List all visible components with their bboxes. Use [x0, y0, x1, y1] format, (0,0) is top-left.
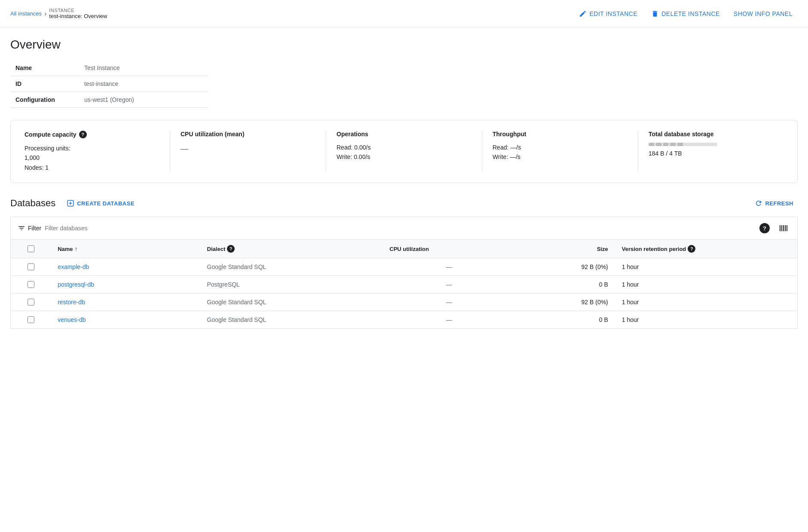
overview-value-name: Test Instance: [79, 60, 208, 76]
storage-bar-fill-4: [670, 143, 676, 146]
processing-units-number: 1,000: [24, 153, 159, 162]
processing-units-text: Processing units:: [24, 144, 159, 153]
all-instances-link[interactable]: All instances: [10, 10, 42, 17]
row-retention-0: 1 hour: [615, 258, 798, 276]
breadcrumb: All instances › INSTANCE test-instance: …: [10, 8, 107, 19]
row-checkbox-cell: [11, 311, 51, 329]
show-info-panel-button[interactable]: SHOW INFO PANEL: [728, 7, 798, 21]
row-cpu-2: —: [383, 294, 515, 311]
db-name-link-2[interactable]: restore-db: [58, 299, 85, 306]
table-row: postgresql-db PostgreSQL — 0 B 1 hour: [11, 276, 798, 294]
overview-value-id: test-instance: [79, 76, 208, 92]
metric-storage-value: 184 B / 4 TB: [649, 143, 784, 158]
header-retention: Version retention period ?: [615, 240, 798, 258]
row-retention-2: 1 hour: [615, 294, 798, 311]
select-all-checkbox[interactable]: [28, 245, 34, 252]
header-name[interactable]: Name ↑: [51, 240, 200, 258]
metric-ops-value: Read: 0.00/s Write: 0.00/s: [337, 143, 471, 162]
instance-label: INSTANCE: [49, 8, 107, 13]
db-name-link-1[interactable]: postgresql-db: [58, 281, 94, 288]
overview-row-config: Configuration us-west1 (Oregon): [10, 92, 208, 108]
delete-instance-label: DELETE INSTANCE: [661, 10, 720, 17]
databases-header: Databases CREATE DATABASE REFRESH: [10, 197, 798, 210]
throughput-write: Write: —/s: [493, 152, 627, 162]
sort-asc-icon: ↑: [75, 245, 78, 252]
refresh-button[interactable]: REFRESH: [750, 197, 798, 210]
metric-ops-label: Operations: [337, 131, 471, 138]
ops-write: Write: 0.00/s: [337, 152, 471, 162]
row-checkbox-cell: [11, 258, 51, 276]
row-size-2: 92 B (0%): [515, 294, 615, 311]
metric-storage-label: Total database storage: [649, 131, 784, 138]
row-size-0: 92 B (0%): [515, 258, 615, 276]
edit-instance-label: EDIT INSTANCE: [589, 10, 637, 17]
create-database-label: CREATE DATABASE: [77, 200, 135, 207]
row-checkbox-2[interactable]: [28, 299, 34, 306]
filter-help-icon: ?: [759, 223, 770, 233]
filter-input[interactable]: [45, 225, 131, 232]
metric-throughput: Throughput Read: —/s Write: —/s: [493, 131, 638, 172]
header-checkbox-cell: [11, 240, 51, 258]
metric-cpu-label: CPU utilization (mean): [181, 131, 315, 138]
instance-name: test-instance: Overview: [49, 13, 107, 19]
filter-help-button[interactable]: ?: [758, 221, 771, 235]
create-database-button[interactable]: CREATE DATABASE: [62, 197, 139, 210]
databases-table: Name ↑ Dialect ? CPU utilization Size Ve…: [10, 240, 798, 329]
metric-operations: Operations Read: 0.00/s Write: 0.00/s: [337, 131, 482, 172]
row-name-1: postgresql-db: [51, 276, 200, 294]
overview-row-name: Name Test Instance: [10, 60, 208, 76]
storage-bar-fill-2: [656, 143, 661, 146]
main-content: Overview Name Test Instance ID test-inst…: [0, 28, 808, 339]
row-name-2: restore-db: [51, 294, 200, 311]
row-retention-1: 1 hour: [615, 276, 798, 294]
retention-help-icon[interactable]: ?: [688, 245, 695, 253]
filter-icon: [18, 224, 25, 232]
filter-left: Filter: [18, 224, 131, 232]
metric-compute-value: Processing units: 1,000 Nodes: 1: [24, 144, 159, 172]
overview-label-config: Configuration: [10, 92, 79, 108]
nodes-text: Nodes: 1: [24, 163, 159, 172]
row-retention-3: 1 hour: [615, 311, 798, 329]
ops-read: Read: 0.00/s: [337, 143, 471, 152]
storage-bar-fill-5: [677, 143, 683, 146]
columns-button[interactable]: [777, 221, 790, 235]
edit-instance-button[interactable]: EDIT INSTANCE: [574, 6, 643, 21]
row-checkbox-3[interactable]: [28, 316, 34, 323]
db-name-link-0[interactable]: example-db: [58, 263, 89, 270]
row-name-3: venues-db: [51, 311, 200, 329]
row-size-3: 0 B: [515, 311, 615, 329]
page-title: Overview: [10, 38, 798, 52]
row-name-0: example-db: [51, 258, 200, 276]
dialect-help-icon[interactable]: ?: [227, 245, 235, 253]
header-size: Size: [515, 240, 615, 258]
db-name-link-3[interactable]: venues-db: [58, 316, 86, 323]
filter-right: ?: [758, 221, 790, 235]
row-dialect-1: PostgreSQL: [200, 276, 383, 294]
overview-row-id: ID test-instance: [10, 76, 208, 92]
storage-bar-fill: [649, 143, 654, 146]
metric-compute-capacity: Compute capacity ? Processing units: 1,0…: [24, 131, 170, 172]
compute-help-icon[interactable]: ?: [79, 131, 87, 138]
top-bar: All instances › INSTANCE test-instance: …: [0, 0, 808, 28]
row-checkbox-1[interactable]: [28, 281, 34, 288]
delete-instance-button[interactable]: DELETE INSTANCE: [646, 6, 725, 21]
databases-title-row: Databases CREATE DATABASE: [10, 197, 139, 210]
storage-bar-fill-3: [663, 143, 669, 146]
metric-storage: Total database storage 184 B / 4 TB: [649, 131, 784, 172]
header-dialect: Dialect ?: [200, 240, 383, 258]
refresh-label: REFRESH: [765, 200, 793, 207]
filter-label: Filter: [28, 225, 41, 232]
row-size-1: 0 B: [515, 276, 615, 294]
storage-used-text: 184 B / 4 TB: [649, 149, 784, 158]
row-cpu-0: —: [383, 258, 515, 276]
breadcrumb-chevron: ›: [44, 10, 46, 18]
table-row: venues-db Google Standard SQL — 0 B 1 ho…: [11, 311, 798, 329]
overview-value-config: us-west1 (Oregon): [79, 92, 208, 108]
table-header-row: Name ↑ Dialect ? CPU utilization Size Ve…: [11, 240, 798, 258]
row-cpu-3: —: [383, 311, 515, 329]
row-checkbox-cell: [11, 276, 51, 294]
filter-icon-label: Filter: [18, 224, 41, 232]
row-checkbox-0[interactable]: [28, 263, 34, 270]
row-cpu-1: —: [383, 276, 515, 294]
row-checkbox-cell: [11, 294, 51, 311]
